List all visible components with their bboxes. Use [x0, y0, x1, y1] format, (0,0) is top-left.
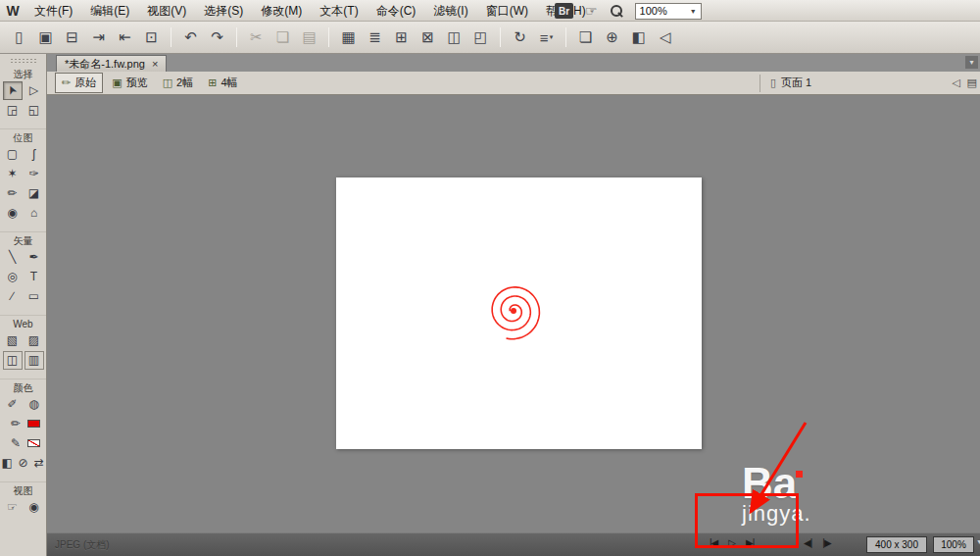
crop-tool[interactable]: ◱ [24, 101, 44, 120]
subselection-tool[interactable]: ▷ [24, 81, 44, 100]
menu-text[interactable]: 文本(T) [311, 0, 367, 22]
menu-filters[interactable]: 滤镜(I) [424, 0, 476, 22]
page-indicator[interactable]: ▯ 页面 1 [760, 75, 811, 92]
no-color-button[interactable]: ⊘ [16, 454, 29, 473]
pen-tool[interactable]: ✒ [24, 248, 44, 267]
menu-commands[interactable]: 命令(C) [368, 0, 425, 22]
arrange-icon[interactable]: ≡▾ [534, 26, 559, 48]
snap-to-grid-icon[interactable]: ▦ [336, 26, 361, 48]
eyedropper-tool[interactable]: ✐ [3, 395, 23, 414]
save-icon[interactable]: ▣ [33, 26, 58, 48]
canvas-area [47, 95, 980, 532]
align-top-icon[interactable]: ◰ [468, 26, 493, 48]
text-tool[interactable]: T [24, 268, 44, 286]
tool-row: ✏◪ [0, 183, 46, 203]
view-mode-bar: ✏原始▣预览◫2幅⊞4幅 ▯ 页面 1 ◁ ▤ [47, 72, 980, 95]
next-frame-button[interactable]: |▶ [822, 537, 830, 548]
eraser-tool[interactable]: ◪ [24, 184, 44, 203]
flip-vertical-icon[interactable]: ◁ [653, 26, 677, 48]
tool-section-4: Web▧▨◫▥ [0, 315, 46, 370]
spiral-center-dot[interactable] [511, 308, 516, 314]
blur-tool[interactable]: ◉ [3, 204, 23, 223]
duplicate-page-icon[interactable]: ❏ [573, 26, 598, 48]
new-document-icon[interactable]: ▯ [7, 26, 31, 48]
magic-wand-tool[interactable]: ✶ [3, 165, 23, 183]
document-tab-label: *未命名-1.fw.png [65, 57, 145, 72]
zoom-dropdown-icon[interactable]: ▼ [976, 538, 980, 545]
swap-colors-button[interactable]: ⇄ [32, 454, 46, 473]
panel-grip[interactable] [10, 58, 36, 64]
toolbar-separator [171, 27, 172, 47]
canvas-size-field[interactable]: 400 x 300 [866, 536, 927, 553]
marquee-tool[interactable]: ▢ [3, 145, 23, 164]
document-tab[interactable]: *未命名-1.fw.png × [56, 55, 167, 72]
magnifier-icon[interactable] [610, 4, 623, 18]
freeform-icon: ◎ [7, 270, 17, 283]
brush-tool[interactable]: ✑ [24, 165, 44, 183]
hand-icon[interactable]: ☞ [585, 3, 598, 19]
paint-bucket-tool[interactable]: ◍ [24, 395, 44, 414]
stroke-color-well-swatch[interactable] [27, 420, 40, 428]
fill-color-well-swatch[interactable] [27, 439, 40, 447]
freeform-tool[interactable]: ◎ [3, 268, 23, 286]
paste-icon[interactable]: ▤ [297, 26, 321, 48]
rubber-stamp-tool[interactable]: ⌂ [24, 204, 44, 223]
shape-icon: ▭ [28, 289, 39, 303]
copy-icon[interactable]: ❏ [270, 26, 295, 48]
polygon-slice-tool[interactable]: ▥ [24, 351, 44, 370]
page-indicator-label: 页面 1 [781, 76, 811, 90]
symbol-library-icon[interactable]: ⊕ [600, 26, 624, 48]
panel-collapse-icon[interactable]: ◁ [952, 76, 959, 89]
import-icon[interactable]: ⇥ [86, 26, 111, 48]
stroke-color-well[interactable]: ✏ [6, 415, 25, 433]
document-canvas[interactable] [336, 177, 702, 449]
align-right-icon[interactable]: ◫ [442, 26, 466, 48]
undo-icon[interactable]: ↶ [178, 26, 203, 48]
view-mode-four-up[interactable]: ⊞4幅 [202, 73, 243, 93]
scale-tool[interactable]: ◲ [3, 101, 23, 120]
align-left-icon[interactable]: ⊞ [389, 26, 414, 48]
previous-frame-button[interactable]: ◀| [804, 537, 811, 548]
preview-in-browser-icon[interactable]: ⊡ [139, 26, 164, 48]
chevron-down-icon: ▼ [690, 8, 697, 15]
line-tool[interactable]: ╲ [3, 248, 23, 267]
menu-file[interactable]: 文件(F) [25, 0, 81, 22]
menu-view[interactable]: 视图(V) [138, 0, 195, 22]
flip-horizontal-icon[interactable]: ◧ [626, 26, 651, 48]
knife-icon: ∕ [11, 289, 13, 303]
menu-modify[interactable]: 修改(M) [252, 0, 311, 22]
view-mode-original[interactable]: ✏原始 [55, 73, 103, 93]
export-icon[interactable]: ⇤ [113, 26, 137, 48]
bridge-icon[interactable]: Br [555, 3, 573, 19]
print-icon[interactable]: ⊟ [60, 26, 84, 48]
zoom-tool[interactable]: ◉ [24, 498, 44, 517]
slice-tool[interactable]: ◫ [3, 351, 23, 370]
zoom-level-select[interactable]: 100% ▼ [635, 3, 702, 20]
knife-tool[interactable]: ∕ [3, 287, 23, 306]
menu-window[interactable]: 窗口(W) [477, 0, 537, 22]
pencil-tool[interactable]: ✏ [3, 184, 23, 203]
cut-icon[interactable]: ✂ [244, 26, 269, 48]
spiral-path[interactable] [492, 287, 539, 339]
redo-icon[interactable]: ↷ [205, 26, 229, 48]
panel-grid-icon[interactable]: ▤ [967, 76, 977, 89]
shape-tool[interactable]: ▭ [24, 287, 44, 306]
hand-tool[interactable]: ☞ [3, 498, 23, 517]
pointer-tool[interactable]: ➤ [3, 81, 23, 100]
view-mode-preview[interactable]: ▣预览 [106, 73, 153, 93]
tool-row: ✐◍ [0, 394, 46, 414]
default-colors-button[interactable]: ◧ [0, 454, 14, 473]
lasso-tool[interactable]: ʃ [24, 145, 44, 164]
fill-color-well[interactable]: ✎ [6, 434, 25, 453]
polygon-hotspot-tool[interactable]: ▨ [24, 331, 44, 350]
tab-scroll-button[interactable]: ▾ [965, 56, 978, 69]
menu-edit[interactable]: 编辑(E) [81, 0, 138, 22]
distribute-icon[interactable]: ≣ [363, 26, 387, 48]
rotate-icon[interactable]: ↻ [508, 26, 532, 48]
statusbar-zoom-field[interactable]: 100% [933, 536, 974, 553]
menu-select[interactable]: 选择(S) [195, 0, 252, 22]
align-center-icon[interactable]: ⊠ [416, 26, 440, 48]
close-icon[interactable]: × [152, 58, 158, 70]
hotspot-tool[interactable]: ▧ [3, 331, 23, 350]
view-mode-two-up[interactable]: ◫2幅 [157, 73, 200, 93]
